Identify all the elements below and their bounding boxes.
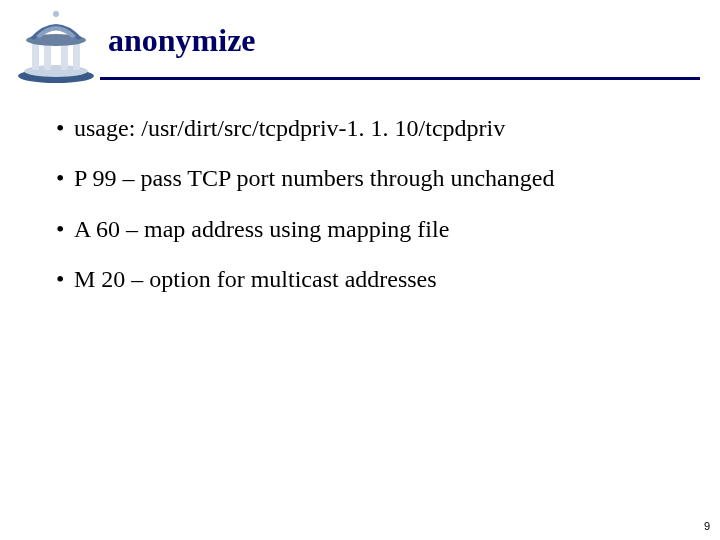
bullet-item: • usage: /usr/dirt/src/tcpdpriv-1. 1. 10…: [56, 112, 680, 144]
bullet-dot-icon: •: [56, 213, 74, 245]
svg-point-7: [53, 11, 59, 17]
bullet-dot-icon: •: [56, 263, 74, 295]
bullet-item: • P 99 – pass TCP port numbers through u…: [56, 162, 680, 194]
bullet-text: P 99 – pass TCP port numbers through unc…: [74, 162, 680, 194]
bullet-text: A 60 – map address using mapping file: [74, 213, 680, 245]
title-divider: [100, 77, 700, 80]
svg-rect-5: [73, 42, 80, 70]
slide-title: anonymize: [108, 22, 256, 59]
bullet-dot-icon: •: [56, 112, 74, 144]
svg-rect-3: [44, 42, 51, 70]
bullet-text: M 20 – option for multicast addresses: [74, 263, 680, 295]
bullet-dot-icon: •: [56, 162, 74, 194]
logo-icon: [14, 8, 98, 86]
svg-rect-4: [61, 42, 68, 70]
bullet-item: • A 60 – map address using mapping file: [56, 213, 680, 245]
bullet-item: • M 20 – option for multicast addresses: [56, 263, 680, 295]
page-number: 9: [704, 520, 710, 532]
slide: anonymize • usage: /usr/dirt/src/tcpdpri…: [0, 0, 720, 540]
slide-content: • usage: /usr/dirt/src/tcpdpriv-1. 1. 10…: [0, 92, 720, 296]
slide-header: anonymize: [0, 12, 720, 92]
svg-rect-2: [32, 42, 39, 70]
bullet-text: usage: /usr/dirt/src/tcpdpriv-1. 1. 10/t…: [74, 112, 680, 144]
